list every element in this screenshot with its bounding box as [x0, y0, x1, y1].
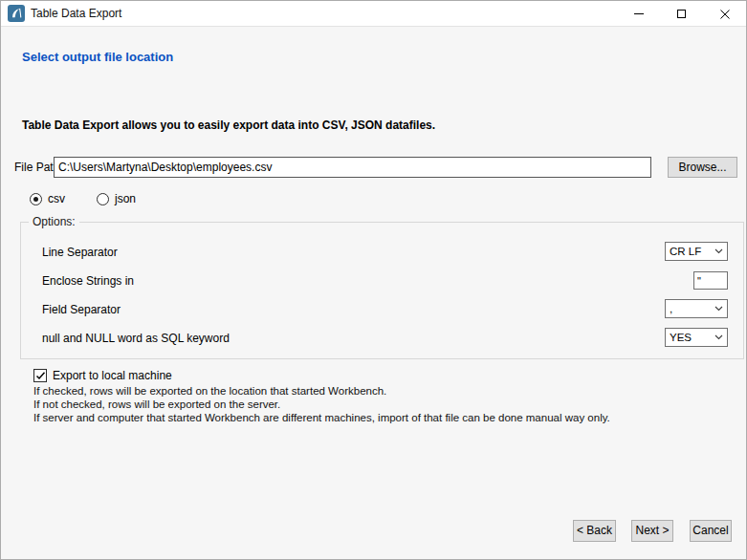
export-local-notes: If checked, rows will be exported on the…	[33, 384, 610, 424]
export-local-checkbox[interactable]	[33, 369, 47, 382]
line-separator-label: Line Separator	[42, 246, 118, 259]
line-separator-select[interactable]: CR LF	[665, 242, 728, 261]
field-separator-value: ,	[670, 303, 672, 314]
maximize-icon[interactable]	[660, 1, 703, 27]
radio-label-json: json	[115, 192, 136, 205]
note-line: If not checked, rows will be exported on…	[33, 398, 610, 411]
mysql-workbench-dolphin-icon	[8, 5, 25, 22]
line-separator-value: CR LF	[670, 246, 701, 257]
null-keyword-value: YES	[670, 332, 692, 343]
page-description: Table Data Export allows you to easily e…	[22, 118, 435, 132]
null-keyword-select[interactable]: YES	[665, 328, 728, 347]
note-line: If checked, rows will be exported on the…	[33, 384, 610, 398]
file-path-input[interactable]	[54, 157, 651, 178]
field-separator-select[interactable]: ,	[665, 299, 728, 318]
radio-option-csv[interactable]: csv	[30, 192, 65, 205]
next-button[interactable]: Next >	[631, 520, 673, 542]
minimize-icon[interactable]	[617, 1, 660, 27]
format-radio-group: csv json	[30, 192, 136, 205]
chevron-down-icon	[714, 306, 723, 312]
window-controls	[617, 1, 746, 27]
enclose-strings-label: Enclose Strings in	[42, 274, 134, 288]
close-icon[interactable]	[703, 1, 746, 27]
browse-button[interactable]: Browse...	[668, 157, 737, 178]
chevron-down-icon	[714, 248, 723, 254]
page-title: Select output file location	[22, 50, 173, 64]
radio-icon-json[interactable]	[97, 193, 109, 205]
radio-label-csv: csv	[48, 192, 65, 205]
back-button[interactable]: < Back	[573, 520, 616, 542]
enclose-strings-input[interactable]	[693, 271, 728, 290]
export-local-label: Export to local machine	[53, 369, 172, 382]
field-separator-label: Field Separator	[42, 303, 121, 316]
null-keyword-label: null and NULL word as SQL keyword	[42, 332, 230, 345]
export-local-row[interactable]: Export to local machine	[33, 369, 172, 382]
titlebar: Table Data Export	[1, 1, 746, 27]
options-group: Options: Line Separator CR LF Enclose St…	[20, 215, 744, 359]
window-title: Table Data Export	[31, 1, 121, 26]
radio-option-json[interactable]: json	[97, 192, 136, 205]
note-line: If server and computer that started Work…	[33, 411, 610, 424]
radio-icon-csv[interactable]	[30, 193, 42, 205]
options-group-legend: Options:	[29, 215, 79, 228]
cancel-button[interactable]: Cancel	[690, 520, 732, 542]
table-data-export-dialog: Table Data Export Select output file loc…	[0, 0, 747, 560]
chevron-down-icon	[714, 334, 723, 340]
